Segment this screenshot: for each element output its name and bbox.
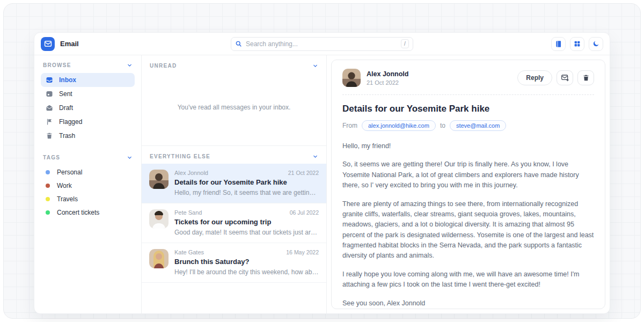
from-to-row: From alex.jonnold@hike.com to steve@mail… <box>342 120 594 131</box>
sidebar-item-label: Draft <box>59 104 73 112</box>
tag-item-travels[interactable]: Travels <box>41 192 135 206</box>
body-paragraph: I really hope you love coming along with… <box>342 269 594 290</box>
tag-item-concert-tickets[interactable]: Concert tickets <box>41 206 135 219</box>
from-email-chip[interactable]: alex.jonnold@hike.com <box>362 120 436 131</box>
sidebar-item-label: Sent <box>59 90 72 98</box>
envelope-plus-icon <box>561 74 569 82</box>
book-icon <box>555 40 562 48</box>
tag-label: Travels <box>57 195 78 203</box>
moon-icon <box>592 40 599 47</box>
everything-else-label: EVERYTHING ELSE <box>150 153 210 159</box>
chevron-down-icon[interactable] <box>312 153 318 159</box>
email-subject: Tickets for our upcoming trip <box>174 218 319 226</box>
delete-email-button[interactable] <box>577 70 594 85</box>
message-list-column: UNREAD You've read all messages in your … <box>142 55 327 313</box>
to-email-chip[interactable]: steve@mail.com <box>450 120 506 131</box>
email-app-window: Email / <box>34 32 610 314</box>
unread-section-header[interactable]: UNREAD <box>142 55 326 73</box>
sidebar-item-sent[interactable]: Sent <box>41 87 135 101</box>
tag-label: Concert tickets <box>57 209 99 216</box>
email-list-item[interactable]: Kate Gates 16 May 2022 Brunch this Satur… <box>142 243 326 283</box>
search-bar[interactable]: / <box>231 37 413 51</box>
email-list-item[interactable]: Alex Jonnold 21 Oct 2022 Details for our… <box>142 164 326 203</box>
tag-color-dot <box>46 197 50 201</box>
email-sender: Pete Sand <box>174 209 202 216</box>
unread-section: UNREAD You've read all messages in your … <box>142 55 326 145</box>
inbox-icon <box>46 76 53 84</box>
sidebar: BROWSE Inbox Sent <box>34 55 142 313</box>
draft-icon <box>46 104 53 112</box>
tag-item-work[interactable]: Work <box>41 179 135 192</box>
unread-label: UNREAD <box>150 63 177 69</box>
divider <box>342 94 594 95</box>
avatar <box>149 170 169 189</box>
avatar <box>149 209 169 229</box>
email-list-item[interactable]: Pete Sand 06 Jul 2022 Tickets for our up… <box>142 203 326 243</box>
browse-label: BROWSE <box>43 62 71 68</box>
detail-header: Alex Jonnold 21 Oct 2022 Reply <box>342 69 594 87</box>
email-detail-pane: Alex Jonnold 21 Oct 2022 Reply <box>327 55 610 313</box>
sidebar-item-flagged[interactable]: Flagged <box>41 115 135 129</box>
email-subject: Brunch this Saturday? <box>174 258 319 266</box>
email-preview: Good day, mate! It seems that our ticket… <box>174 229 319 236</box>
trash-icon <box>46 132 53 140</box>
browse-section-header[interactable]: BROWSE <box>41 62 135 68</box>
email-date: 16 May 2022 <box>286 249 319 255</box>
sidebar-item-label: Inbox <box>59 76 76 84</box>
tag-color-dot <box>46 210 50 215</box>
search-shortcut-key: / <box>401 39 409 48</box>
dark-mode-button[interactable] <box>589 37 603 51</box>
email-date: 21 Oct 2022 <box>288 170 319 176</box>
envelope-icon <box>44 40 52 48</box>
sidebar-item-inbox[interactable]: Inbox <box>41 73 135 87</box>
tag-color-dot <box>46 170 50 174</box>
everything-else-section: EVERYTHING ELSE Alex Jonnold 21 Oct 2022 <box>142 145 326 283</box>
tag-color-dot <box>46 184 50 188</box>
forward-email-button[interactable] <box>557 70 573 85</box>
search-input[interactable] <box>246 40 397 48</box>
tag-label: Work <box>57 182 72 189</box>
reading-list-button[interactable] <box>551 37 566 51</box>
email-sender: Kate Gates <box>174 249 204 255</box>
tags-section-header[interactable]: TAGS <box>41 155 135 160</box>
email-body: Hello, my friend! So, it seems we are ge… <box>342 141 594 309</box>
search-icon <box>235 40 242 47</box>
app-logo <box>41 37 55 51</box>
detail-actions: Reply <box>517 70 594 85</box>
from-label: From <box>342 122 357 129</box>
trash-icon <box>582 74 590 82</box>
signature: See you soon, Alex Jonnold <box>342 298 594 309</box>
avatar <box>149 249 169 268</box>
topbar: Email / <box>34 33 610 55</box>
detail-subject: Details for our Yosemite Park hike <box>342 104 594 114</box>
sidebar-item-label: Trash <box>59 132 75 140</box>
body-paragraph: Hello, my friend! <box>342 141 594 151</box>
apps-grid-button[interactable] <box>570 37 584 51</box>
topbar-actions <box>551 37 603 51</box>
grid-icon <box>574 40 581 47</box>
chevron-down-icon[interactable] <box>127 155 133 160</box>
email-sender: Alex Jonnold <box>174 170 208 176</box>
email-subject: Details for our Yosemite Park hike <box>174 178 319 186</box>
detail-date: 21 Oct 2022 <box>367 79 408 86</box>
chevron-down-icon[interactable] <box>312 63 318 69</box>
sidebar-item-trash[interactable]: Trash <box>41 129 135 143</box>
chevron-down-icon[interactable] <box>127 62 133 68</box>
sent-icon <box>46 90 53 98</box>
everything-else-header[interactable]: EVERYTHING ELSE <box>142 146 326 164</box>
sidebar-item-draft[interactable]: Draft <box>41 101 135 115</box>
email-preview: Hello, my friend! So, it seems that we a… <box>174 189 319 196</box>
to-label: to <box>440 122 445 129</box>
avatar <box>342 69 361 87</box>
tag-label: Personal <box>57 169 82 176</box>
detail-sender-name: Alex Jonnold <box>367 70 408 78</box>
reply-button[interactable]: Reply <box>517 70 552 85</box>
tag-item-personal[interactable]: Personal <box>41 165 135 179</box>
email-preview: Hey! I'll be around the city this weeken… <box>174 268 319 276</box>
sidebar-item-label: Flagged <box>59 118 82 126</box>
tags-label: TAGS <box>43 155 60 160</box>
email-detail-card: Alex Jonnold 21 Oct 2022 Reply <box>331 60 605 309</box>
unread-empty-message: You've read all messages in your inbox. <box>142 73 326 145</box>
app-title: Email <box>60 40 79 48</box>
body-paragraph: There are plenty of amazing things to se… <box>342 199 594 261</box>
